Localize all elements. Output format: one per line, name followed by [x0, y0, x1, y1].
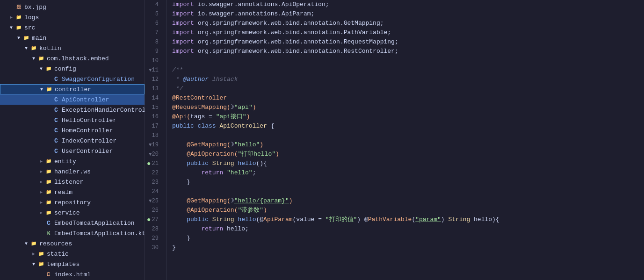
tree-item-handler-ws[interactable]: ▶ 📁 handler.ws	[0, 166, 145, 177]
arrow-expanded-icon: ▼	[15, 34, 22, 42]
tree-item-hello-controller[interactable]: C HelloController	[0, 115, 145, 125]
tree-label: logs	[24, 14, 39, 21]
folder-icon: 📁	[37, 260, 45, 268]
code-line-16: @Api(tags = "api接口")	[166, 112, 644, 122]
folder-icon: 📁	[45, 188, 52, 196]
tree-item-config[interactable]: ▼ 📁 config	[0, 64, 145, 74]
arrow-collapsed-icon: ▶	[37, 178, 45, 186]
fold-marker-20[interactable]: ▼	[149, 150, 152, 159]
tree-item-api-controller[interactable]: C ApiController	[0, 94, 145, 105]
tree-label: listener	[54, 179, 83, 186]
tree-label: controller	[55, 86, 91, 93]
code-line-8: import org.springframework.web.bind.anno…	[166, 37, 644, 47]
fold-marker-19[interactable]: ▼	[149, 140, 152, 150]
line-num-5: 5	[149, 9, 162, 19]
tree-item-main[interactable]: ▼ 📁 main	[0, 33, 145, 43]
tree-label: templates	[47, 261, 80, 268]
arrow-icon	[7, 3, 15, 11]
tree-item-listener[interactable]: ▶ 📁 listener	[0, 177, 145, 187]
tree-label: config	[54, 65, 76, 72]
folder-icon: 📁	[22, 34, 30, 42]
folder-blue-icon: 📁	[37, 55, 45, 62]
tree-label: SwaggerConfiguration	[62, 76, 135, 83]
code-line-27: public String hello(@ApiParam(value = "打…	[166, 215, 644, 224]
folder-icon: 📁	[45, 178, 52, 186]
tree-label: main	[32, 35, 46, 42]
tree-item-templates[interactable]: ▼ 📁 templates	[0, 259, 145, 269]
tree-item-service[interactable]: ▶ 📁 service	[0, 208, 145, 218]
image-icon: 🖼	[15, 3, 22, 11]
code-line-9: import org.springframework.web.bind.anno…	[166, 47, 644, 56]
kotlin-class-icon: C	[52, 116, 60, 124]
line-num-11: ▼11	[149, 65, 162, 75]
no-arrow	[37, 219, 45, 227]
code-line-7: import org.springframework.web.bind.anno…	[166, 28, 644, 37]
code-line-6: import org.springframework.web.bind.anno…	[166, 19, 644, 28]
tree-label: HomeController	[62, 127, 113, 134]
arrow-collapsed-icon: ▶	[7, 14, 15, 21]
code-line-13: */	[166, 84, 644, 93]
folder-blue-icon: 📁	[45, 86, 53, 93]
kotlin-class-icon: C	[52, 147, 60, 155]
kotlin-class-icon: C	[52, 127, 60, 134]
tree-item-embed-tomcat-class[interactable]: C EmbedTomcatApplication	[0, 218, 145, 228]
arrow-collapsed-icon: ▶	[37, 168, 45, 175]
arrow-collapsed-icon: ▶	[37, 199, 45, 206]
line-num-8: 8	[149, 37, 162, 47]
line-num-15: 15	[149, 103, 162, 112]
tree-item-index-html[interactable]: 🗒 index.html	[0, 269, 145, 280]
tree-item-logs[interactable]: ▶ 📁 logs	[0, 12, 145, 22]
no-arrow	[45, 96, 52, 103]
tree-label: ExceptionHandlerController	[62, 107, 145, 114]
kotlin-class-icon: C	[52, 75, 60, 83]
line-num-28: 28	[149, 224, 162, 234]
line-num-16: 16	[149, 112, 162, 122]
code-line-20: @ApiOperation("打印hello")	[166, 150, 644, 159]
code-line-24	[166, 187, 644, 196]
tree-label: IndexController	[62, 137, 116, 144]
tree-item-home-controller[interactable]: C HomeController	[0, 125, 145, 136]
line-num-10: 10	[149, 56, 162, 65]
kotlin-class-icon: C	[52, 96, 60, 103]
kotlin-class-icon: C	[45, 219, 52, 227]
tree-item-swagger-config[interactable]: C SwaggerConfiguration	[0, 74, 145, 84]
line-num-21: ●21	[149, 159, 162, 168]
code-line-12: * @author lhstack	[166, 75, 644, 84]
tree-item-realm[interactable]: ▶ 📁 realm	[0, 187, 145, 197]
fold-marker-25[interactable]: ▼	[149, 196, 152, 206]
line-num-25: ▼25	[149, 196, 162, 206]
tree-item-resources[interactable]: ▼ 📁 resources	[0, 238, 145, 249]
tree-item-src[interactable]: ▼ 📁 src	[0, 22, 145, 33]
tree-item-entity[interactable]: ▶ 📁 entity	[0, 156, 145, 166]
arrow-expanded-icon: ▼	[22, 240, 30, 247]
no-arrow	[37, 271, 45, 278]
html-file-icon: 🗒	[45, 271, 52, 278]
code-line-15: @RequestMapping(☽"api")	[166, 103, 644, 112]
tree-item-bxjpg[interactable]: 🖼 bx.jpg	[0, 2, 145, 12]
no-arrow	[45, 147, 52, 155]
arrow-expanded-icon: ▼	[30, 55, 37, 62]
code-line-30: }	[166, 243, 644, 252]
tree-item-kotlin[interactable]: ▼ 📁 kotlin	[0, 43, 145, 53]
code-line-21: public String hello(){	[166, 159, 644, 168]
arrow-collapsed-icon: ▶	[37, 209, 45, 216]
line-numbers: 4 5 6 7 8 9 10 ▼11 12 13 14 15 16 17 18 …	[145, 0, 166, 280]
code-line-23: }	[166, 178, 644, 187]
code-line-18	[166, 131, 644, 140]
tree-item-embed-tomcat-kt[interactable]: K EmbedTomcatApplication.kt	[0, 228, 145, 238]
tree-item-index-controller[interactable]: C IndexController	[0, 136, 145, 146]
code-line-25: @GetMapping(☽"hello/{param}")	[166, 196, 644, 206]
tree-item-exception-handler[interactable]: C ExceptionHandlerController	[0, 105, 145, 115]
tree-item-repository[interactable]: ▶ 📁 repository	[0, 197, 145, 208]
tree-item-static[interactable]: ▶ 📁 static	[0, 249, 145, 259]
fold-marker-11[interactable]: ▼	[149, 65, 152, 75]
tree-item-user-controller[interactable]: C UserController	[0, 146, 145, 156]
tree-item-com-lhstack[interactable]: ▼ 📁 com.lhstack.embed	[0, 53, 145, 64]
file-tree[interactable]: 🖼 bx.jpg ▶ 📁 logs ▼ 📁 src ▼ 📁 main ▼ 📁 k…	[0, 0, 145, 280]
tree-item-controller[interactable]: ▼ 📁 controller	[0, 84, 145, 94]
code-line-17: public class ApiController {	[166, 122, 644, 131]
folder-blue-icon: 📁	[45, 65, 52, 72]
tree-label: bx.jpg	[24, 4, 46, 11]
line-num-26: 26	[149, 206, 162, 215]
line-num-17: 17	[149, 122, 162, 131]
